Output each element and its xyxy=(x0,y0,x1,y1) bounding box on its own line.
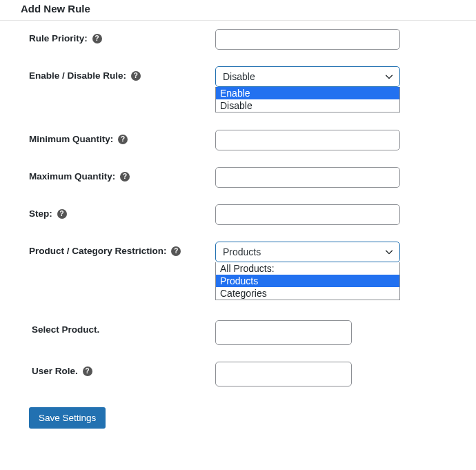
row-enable-disable: Enable / Disable Rule: ? Disable Enable … xyxy=(0,58,476,121)
help-icon[interactable]: ? xyxy=(171,246,181,256)
max-quantity-input[interactable] xyxy=(215,167,400,188)
user-role-input[interactable] xyxy=(215,362,352,386)
select-product-input[interactable] xyxy=(215,320,352,345)
restriction-select[interactable]: Products xyxy=(215,242,400,262)
submit-row: Save Settings xyxy=(0,395,476,429)
save-settings-button[interactable]: Save Settings xyxy=(29,407,106,429)
chevron-down-icon xyxy=(384,247,394,257)
select-product-label: Select Product. xyxy=(32,324,99,335)
help-icon[interactable]: ? xyxy=(57,209,67,219)
restriction-option-all[interactable]: All Products: xyxy=(216,262,399,275)
restriction-selected: Products xyxy=(223,246,261,257)
row-rule-priority: Rule Priority: ? xyxy=(0,21,476,58)
restriction-label: Product / Category Restriction: xyxy=(29,246,167,256)
disable-option[interactable]: Disable xyxy=(216,99,399,112)
enable-disable-dropdown: Enable Disable xyxy=(215,87,400,112)
help-icon[interactable]: ? xyxy=(120,172,130,182)
help-icon[interactable]: ? xyxy=(118,135,128,144)
help-icon[interactable]: ? xyxy=(131,71,141,81)
min-quantity-label: Minimum Quantity: xyxy=(29,134,113,144)
row-user-role: User Role. ? xyxy=(0,353,476,395)
settings-form: Rule Priority: ? Enable / Disable Rule: … xyxy=(0,21,476,395)
row-select-product: Select Product. xyxy=(0,312,476,353)
row-step: Step: ? xyxy=(0,196,476,233)
row-max-quantity: Maximum Quantity: ? xyxy=(0,159,476,196)
enable-option[interactable]: Enable xyxy=(216,87,399,99)
enable-disable-label: Enable / Disable Rule: xyxy=(29,70,126,81)
step-label: Step: xyxy=(29,208,52,219)
help-icon[interactable]: ? xyxy=(92,34,102,43)
help-icon[interactable]: ? xyxy=(83,366,92,376)
rule-priority-label: Rule Priority: xyxy=(29,33,88,43)
row-restriction: Product / Category Restriction: ? Produc… xyxy=(0,233,476,312)
user-role-label: User Role. xyxy=(32,366,78,376)
row-min-quantity: Minimum Quantity: ? xyxy=(0,121,476,159)
restriction-option-categories[interactable]: Categories xyxy=(216,287,399,300)
page-title: Add New Rule xyxy=(0,0,476,20)
enable-disable-select[interactable]: Disable xyxy=(215,66,400,87)
step-input[interactable] xyxy=(215,204,400,225)
restriction-dropdown: All Products: Products Categories xyxy=(215,262,400,300)
chevron-down-icon xyxy=(384,72,394,81)
enable-disable-selected: Disable xyxy=(223,71,255,82)
rule-priority-input[interactable] xyxy=(215,29,400,50)
min-quantity-input[interactable] xyxy=(215,130,400,150)
max-quantity-label: Maximum Quantity: xyxy=(29,171,115,182)
restriction-option-products[interactable]: Products xyxy=(216,275,399,287)
